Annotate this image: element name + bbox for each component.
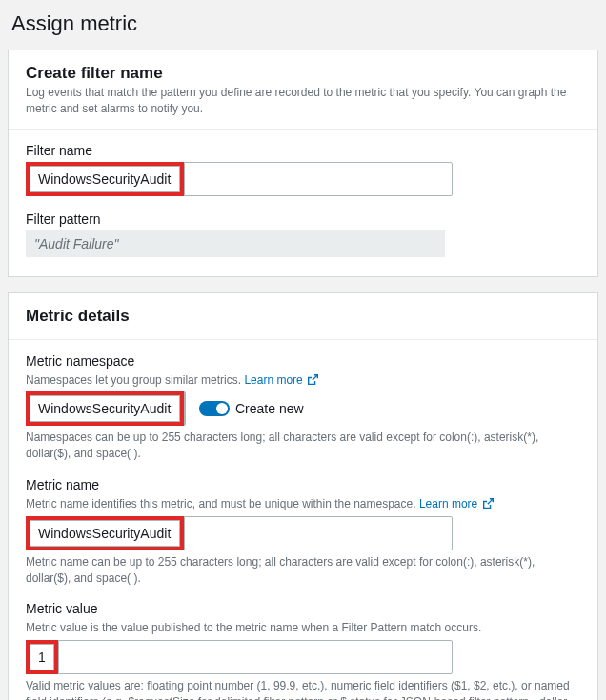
metric-value-label: Metric value xyxy=(26,601,580,616)
filter-name-label: Filter name xyxy=(26,143,580,158)
metric-namespace-label: Metric namespace xyxy=(26,353,580,369)
panel-title: Create filter name xyxy=(26,64,580,83)
panel-header: Metric details xyxy=(9,293,597,340)
create-new-label: Create new xyxy=(235,401,304,416)
create-new-toggle-wrap: Create new xyxy=(199,401,304,416)
metric-namespace-input[interactable] xyxy=(30,395,180,422)
highlight-box xyxy=(26,516,184,550)
external-link-icon xyxy=(308,374,318,385)
filter-pattern-readonly: "Audit Failure" xyxy=(26,230,445,257)
metric-value-field: Metric value Metric value is the value p… xyxy=(26,601,580,700)
page-title: Assign metric xyxy=(11,11,598,36)
filter-pattern-label: Filter pattern xyxy=(26,211,580,227)
highlight-box xyxy=(26,162,184,196)
filter-name-field: Filter name xyxy=(26,143,580,196)
panel-header: Create filter name Log events that match… xyxy=(9,50,597,130)
panel-subtitle: Log events that match the pattern you de… xyxy=(26,85,580,117)
panel-title: Metric details xyxy=(26,307,580,326)
metric-name-label: Metric name xyxy=(26,477,580,492)
highlight-box xyxy=(26,391,184,426)
learn-more-link[interactable]: Learn more xyxy=(419,497,494,510)
external-link-icon xyxy=(483,498,494,509)
create-filter-panel: Create filter name Log events that match… xyxy=(8,50,598,277)
metric-value-help-below: Valid metric values are: floating point … xyxy=(26,678,580,700)
metric-name-help-top: Metric name identifies this metric, and … xyxy=(26,496,580,512)
metric-name-field: Metric name Metric name identifies this … xyxy=(26,477,580,586)
metric-name-help-below: Metric name can be up to 255 characters … xyxy=(26,554,580,587)
metric-value-help-top: Metric value is the value published to t… xyxy=(26,620,580,636)
namespace-help-top: Namespaces let you group similar metrics… xyxy=(26,372,580,389)
namespace-help-below: Namespaces can be up to 255 characters l… xyxy=(26,430,580,462)
toggle-knob xyxy=(216,403,228,414)
metric-name-input-extra[interactable] xyxy=(184,516,453,550)
metric-details-panel: Metric details Metric namespace Namespac… xyxy=(8,292,598,700)
filter-name-input-extra[interactable] xyxy=(184,162,453,196)
metric-namespace-input-extra[interactable] xyxy=(184,391,186,426)
highlight-box xyxy=(26,640,58,674)
metric-name-input[interactable] xyxy=(30,520,180,547)
learn-more-link[interactable]: Learn more xyxy=(244,373,318,387)
filter-pattern-field: Filter pattern "Audit Failure" xyxy=(26,211,580,257)
create-new-toggle[interactable] xyxy=(199,401,230,416)
metric-value-input[interactable] xyxy=(30,644,54,670)
metric-namespace-field: Metric namespace Namespaces let you grou… xyxy=(26,353,580,462)
metric-value-input-extra[interactable] xyxy=(58,640,453,674)
filter-name-input[interactable] xyxy=(30,166,180,192)
